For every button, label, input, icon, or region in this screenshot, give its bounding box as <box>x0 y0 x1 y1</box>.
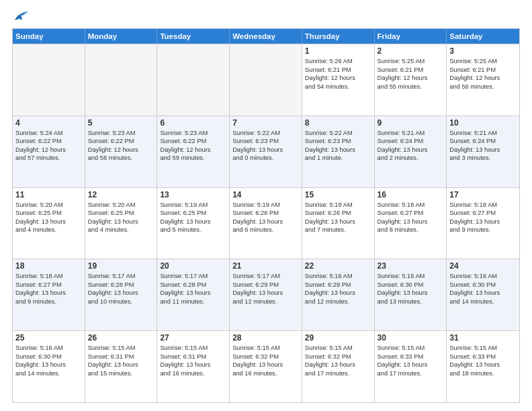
day-number: 18 <box>15 261 82 271</box>
cell-line: Sunset: 6:30 PM <box>378 281 444 289</box>
cell-line: and 16 minutes. <box>232 369 299 378</box>
cell-line: Sunrise: 5:20 AM <box>15 201 82 210</box>
calendar-header-cell: Tuesday <box>157 29 230 44</box>
calendar-header-cell: Monday <box>85 29 158 44</box>
cell-line: Daylight: 12 hours <box>160 146 226 154</box>
cell-line: Sunrise: 5:15 AM <box>88 344 154 353</box>
day-number: 30 <box>378 333 444 342</box>
calendar: SundayMondayTuesdayWednesdayThursdayFrid… <box>12 28 520 403</box>
cell-line: and 4 minutes. <box>15 226 82 234</box>
calendar-cell: 16Sunrise: 5:18 AMSunset: 6:27 PMDayligh… <box>375 188 447 259</box>
day-number: 17 <box>449 190 517 199</box>
calendar-cell: 12Sunrise: 5:20 AMSunset: 6:25 PMDayligh… <box>85 188 158 259</box>
logo-text <box>12 11 28 23</box>
day-number: 15 <box>305 190 371 199</box>
cell-line: Sunset: 6:30 PM <box>15 353 82 361</box>
cell-line: Sunset: 6:32 PM <box>305 353 371 361</box>
cell-line: Sunset: 6:22 PM <box>15 137 82 146</box>
day-number: 1 <box>305 46 371 56</box>
calendar-cell <box>13 44 85 116</box>
cell-line: Daylight: 13 hours <box>449 361 517 369</box>
cell-line: and 11 minutes. <box>160 298 226 306</box>
calendar-cell: 26Sunrise: 5:15 AMSunset: 6:31 PMDayligh… <box>85 331 158 402</box>
calendar-header: SundayMondayTuesdayWednesdayThursdayFrid… <box>13 29 519 44</box>
cell-line: Sunset: 6:26 PM <box>232 209 299 218</box>
cell-line: Daylight: 13 hours <box>305 361 371 369</box>
day-number: 19 <box>88 261 154 271</box>
cell-line: Sunset: 6:22 PM <box>160 137 226 146</box>
calendar-cell: 5Sunrise: 5:23 AMSunset: 6:22 PMDaylight… <box>85 116 158 187</box>
cell-line: and 17 minutes. <box>378 369 444 378</box>
day-number: 28 <box>232 333 299 342</box>
calendar-header-cell: Saturday <box>447 29 519 44</box>
cell-line: Daylight: 13 hours <box>305 289 371 298</box>
cell-line: Sunset: 6:21 PM <box>378 66 444 75</box>
cell-line: and 10 minutes. <box>88 298 154 306</box>
cell-line: Daylight: 12 hours <box>449 74 517 83</box>
calendar-cell: 22Sunrise: 5:16 AMSunset: 6:29 PMDayligh… <box>302 259 375 330</box>
calendar-week: 4Sunrise: 5:24 AMSunset: 6:22 PMDaylight… <box>13 116 519 187</box>
calendar-cell <box>85 44 158 116</box>
calendar-week: 18Sunrise: 5:18 AMSunset: 6:27 PMDayligh… <box>13 259 519 330</box>
cell-line: Sunset: 6:31 PM <box>160 353 226 361</box>
day-number: 9 <box>378 118 444 128</box>
cell-line: Sunrise: 5:24 AM <box>15 129 82 138</box>
cell-line: Daylight: 13 hours <box>160 289 226 298</box>
cell-line: Sunset: 6:24 PM <box>378 137 444 146</box>
cell-line: Sunset: 6:32 PM <box>232 353 299 361</box>
cell-line: Sunrise: 5:15 AM <box>378 344 444 353</box>
cell-line: Sunrise: 5:25 AM <box>378 57 444 66</box>
calendar-cell: 19Sunrise: 5:17 AMSunset: 6:28 PMDayligh… <box>85 259 158 330</box>
cell-line: and 4 minutes. <box>88 226 154 234</box>
day-number: 8 <box>305 118 371 128</box>
cell-line: Sunrise: 5:16 AM <box>449 272 517 281</box>
cell-line: Sunrise: 5:18 AM <box>15 272 82 281</box>
cell-line: Daylight: 13 hours <box>305 218 371 226</box>
day-number: 23 <box>378 261 444 271</box>
day-number: 12 <box>88 190 154 199</box>
calendar-cell: 2Sunrise: 5:25 AMSunset: 6:21 PMDaylight… <box>375 44 447 116</box>
cell-line: Daylight: 13 hours <box>160 361 226 369</box>
calendar-cell: 9Sunrise: 5:21 AMSunset: 6:24 PMDaylight… <box>375 116 447 187</box>
cell-line: and 1 minute. <box>305 154 371 163</box>
calendar-cell: 27Sunrise: 5:15 AMSunset: 6:31 PMDayligh… <box>157 331 230 402</box>
cell-line: Sunrise: 5:15 AM <box>449 344 517 353</box>
cell-line: Sunset: 6:26 PM <box>305 209 371 218</box>
day-number: 26 <box>88 333 154 342</box>
day-number: 4 <box>15 118 82 128</box>
calendar-header-cell: Thursday <box>302 29 375 44</box>
day-number: 31 <box>449 333 517 342</box>
cell-line: and 17 minutes. <box>305 369 371 378</box>
cell-line: Daylight: 12 hours <box>305 74 371 83</box>
cell-line: Sunrise: 5:16 AM <box>15 344 82 353</box>
day-number: 16 <box>378 190 444 199</box>
cell-line: Sunset: 6:27 PM <box>449 209 517 218</box>
cell-line: and 14 minutes. <box>449 298 517 306</box>
cell-line: Sunset: 6:25 PM <box>15 209 82 218</box>
cell-line: Sunset: 6:29 PM <box>232 281 299 289</box>
cell-line: Daylight: 13 hours <box>232 146 299 154</box>
day-number: 11 <box>15 190 82 199</box>
calendar-cell: 8Sunrise: 5:22 AMSunset: 6:23 PMDaylight… <box>302 116 375 187</box>
calendar-cell: 7Sunrise: 5:22 AMSunset: 6:23 PMDaylight… <box>230 116 302 187</box>
cell-line: and 58 minutes. <box>88 154 154 163</box>
cell-line: Daylight: 13 hours <box>232 361 299 369</box>
cell-line: Sunset: 6:28 PM <box>88 281 154 289</box>
cell-line: Daylight: 13 hours <box>449 289 517 298</box>
cell-line: Daylight: 13 hours <box>160 218 226 226</box>
cell-line: and 56 minutes. <box>449 83 517 91</box>
calendar-week: 25Sunrise: 5:16 AMSunset: 6:30 PMDayligh… <box>13 330 519 402</box>
cell-line: and 13 minutes. <box>378 298 444 306</box>
cell-line: Sunset: 6:25 PM <box>88 209 154 218</box>
calendar-cell: 23Sunrise: 5:16 AMSunset: 6:30 PMDayligh… <box>375 259 447 330</box>
calendar-cell: 11Sunrise: 5:20 AMSunset: 6:25 PMDayligh… <box>13 188 85 259</box>
cell-line: Daylight: 13 hours <box>378 361 444 369</box>
cell-line: Sunrise: 5:21 AM <box>378 129 444 138</box>
cell-line: Sunrise: 5:17 AM <box>88 272 154 281</box>
cell-line: Sunrise: 5:26 AM <box>305 57 371 66</box>
cell-line: Sunrise: 5:25 AM <box>449 57 517 66</box>
cell-line: and 55 minutes. <box>378 83 444 91</box>
calendar-cell <box>157 44 230 116</box>
calendar-cell: 14Sunrise: 5:19 AMSunset: 6:26 PMDayligh… <box>230 188 302 259</box>
header <box>12 11 520 23</box>
